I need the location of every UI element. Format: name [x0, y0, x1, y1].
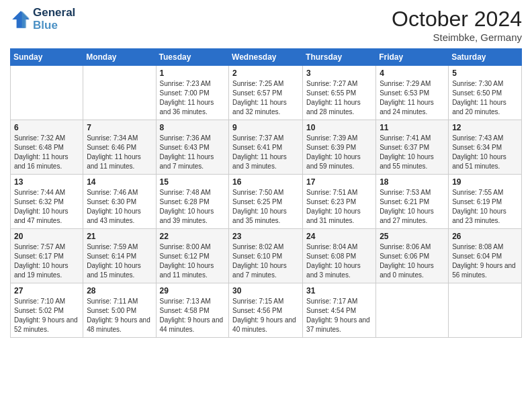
day-number: 30 [232, 286, 299, 295]
title-area: October 2024 Steimbke, Germany [392, 7, 522, 43]
day-detail: Sunrise: 7:59 AMSunset: 6:14 PMDaylight:… [87, 242, 152, 280]
calendar-cell: 5Sunrise: 7:30 AMSunset: 6:50 PMDaylight… [449, 66, 522, 120]
calendar-cell: 15Sunrise: 7:48 AMSunset: 6:28 PMDayligh… [156, 175, 229, 229]
calendar-cell: 28Sunrise: 7:11 AMSunset: 5:00 PMDayligh… [83, 283, 156, 338]
day-number: 28 [87, 286, 152, 295]
day-detail: Sunrise: 7:39 AMSunset: 6:39 PMDaylight:… [306, 134, 372, 171]
day-detail: Sunrise: 7:50 AMSunset: 6:25 PMDaylight:… [232, 188, 299, 226]
calendar-cell: 7Sunrise: 7:34 AMSunset: 6:46 PMDaylight… [83, 120, 156, 175]
day-detail: Sunrise: 7:25 AMSunset: 6:57 PMDaylight:… [232, 79, 299, 117]
day-number: 25 [380, 232, 445, 241]
day-number: 29 [160, 286, 226, 295]
day-detail: Sunrise: 7:53 AMSunset: 6:21 PMDaylight:… [380, 188, 445, 226]
day-detail: Sunrise: 7:13 AMSunset: 4:58 PMDaylight:… [160, 297, 226, 334]
calendar-table: SundayMondayTuesdayWednesdayThursdayFrid… [10, 48, 522, 338]
day-detail: Sunrise: 7:32 AMSunset: 6:48 PMDaylight:… [14, 134, 79, 171]
logo-icon [10, 9, 32, 30]
calendar-cell: 26Sunrise: 8:08 AMSunset: 6:04 PMDayligh… [449, 229, 522, 283]
page: GeneralBlue October 2024 Steimbke, Germa… [0, 0, 532, 411]
weekday-header: Monday [83, 49, 156, 66]
calendar-cell: 10Sunrise: 7:39 AMSunset: 6:39 PMDayligh… [303, 120, 376, 175]
day-number: 2 [232, 68, 299, 78]
weekday-header: Saturday [449, 49, 522, 66]
calendar-cell: 8Sunrise: 7:36 AMSunset: 6:43 PMDaylight… [156, 120, 229, 175]
day-detail: Sunrise: 7:23 AMSunset: 7:00 PMDaylight:… [160, 79, 226, 117]
day-number: 17 [306, 177, 372, 187]
weekday-header: Tuesday [156, 49, 229, 66]
day-number: 20 [14, 232, 79, 241]
calendar-week-row: 13Sunrise: 7:44 AMSunset: 6:32 PMDayligh… [11, 175, 522, 229]
day-number: 14 [87, 177, 152, 187]
day-detail: Sunrise: 7:15 AMSunset: 4:56 PMDaylight:… [232, 297, 299, 334]
calendar-cell: 25Sunrise: 8:06 AMSunset: 6:06 PMDayligh… [376, 229, 449, 283]
day-number: 26 [452, 232, 518, 241]
location: Steimbke, Germany [392, 32, 522, 43]
day-detail: Sunrise: 7:41 AMSunset: 6:37 PMDaylight:… [380, 134, 445, 171]
day-number: 3 [306, 68, 372, 78]
calendar-cell: 27Sunrise: 7:10 AMSunset: 5:02 PMDayligh… [11, 283, 83, 338]
day-number: 5 [452, 68, 518, 78]
calendar-cell: 1Sunrise: 7:23 AMSunset: 7:00 PMDaylight… [156, 66, 229, 120]
day-detail: Sunrise: 7:11 AMSunset: 5:00 PMDaylight:… [87, 297, 152, 334]
calendar-cell: 17Sunrise: 7:51 AMSunset: 6:23 PMDayligh… [303, 175, 376, 229]
logo-area: GeneralBlue [10, 7, 75, 32]
day-number: 21 [87, 232, 152, 241]
calendar-cell: 16Sunrise: 7:50 AMSunset: 6:25 PMDayligh… [229, 175, 303, 229]
day-number: 10 [306, 123, 372, 132]
calendar-cell: 31Sunrise: 7:17 AMSunset: 4:54 PMDayligh… [303, 283, 376, 338]
header: GeneralBlue October 2024 Steimbke, Germa… [10, 7, 522, 43]
day-detail: Sunrise: 7:57 AMSunset: 6:17 PMDaylight:… [14, 242, 79, 280]
day-detail: Sunrise: 7:29 AMSunset: 6:53 PMDaylight:… [380, 79, 445, 117]
day-number: 15 [160, 177, 226, 187]
day-detail: Sunrise: 8:04 AMSunset: 6:08 PMDaylight:… [306, 242, 372, 280]
calendar-cell [11, 66, 83, 120]
calendar-cell: 14Sunrise: 7:46 AMSunset: 6:30 PMDayligh… [83, 175, 156, 229]
day-number: 7 [87, 123, 152, 132]
weekday-header-row: SundayMondayTuesdayWednesdayThursdayFrid… [11, 49, 522, 66]
calendar-cell: 4Sunrise: 7:29 AMSunset: 6:53 PMDaylight… [376, 66, 449, 120]
calendar-cell: 21Sunrise: 7:59 AMSunset: 6:14 PMDayligh… [83, 229, 156, 283]
day-number: 31 [306, 286, 372, 295]
calendar-cell: 30Sunrise: 7:15 AMSunset: 4:56 PMDayligh… [229, 283, 303, 338]
day-detail: Sunrise: 7:10 AMSunset: 5:02 PMDaylight:… [14, 297, 79, 334]
calendar-cell: 11Sunrise: 7:41 AMSunset: 6:37 PMDayligh… [376, 120, 449, 175]
calendar-cell: 6Sunrise: 7:32 AMSunset: 6:48 PMDaylight… [11, 120, 83, 175]
weekday-header: Friday [376, 49, 449, 66]
day-detail: Sunrise: 7:46 AMSunset: 6:30 PMDaylight:… [87, 188, 152, 226]
weekday-header: Thursday [303, 49, 376, 66]
calendar-cell: 20Sunrise: 7:57 AMSunset: 6:17 PMDayligh… [11, 229, 83, 283]
calendar-cell: 18Sunrise: 7:53 AMSunset: 6:21 PMDayligh… [376, 175, 449, 229]
calendar-cell [376, 283, 449, 338]
day-detail: Sunrise: 7:51 AMSunset: 6:23 PMDaylight:… [306, 188, 372, 226]
day-number: 12 [452, 123, 518, 132]
calendar-cell: 3Sunrise: 7:27 AMSunset: 6:55 PMDaylight… [303, 66, 376, 120]
calendar-cell: 19Sunrise: 7:55 AMSunset: 6:19 PMDayligh… [449, 175, 522, 229]
day-number: 27 [14, 286, 79, 295]
weekday-header: Wednesday [229, 49, 303, 66]
day-detail: Sunrise: 7:17 AMSunset: 4:54 PMDaylight:… [306, 297, 372, 334]
calendar-cell [449, 283, 522, 338]
day-number: 18 [380, 177, 445, 187]
day-detail: Sunrise: 7:27 AMSunset: 6:55 PMDaylight:… [306, 79, 372, 117]
calendar-cell: 13Sunrise: 7:44 AMSunset: 6:32 PMDayligh… [11, 175, 83, 229]
day-detail: Sunrise: 8:02 AMSunset: 6:10 PMDaylight:… [232, 242, 299, 280]
day-detail: Sunrise: 8:00 AMSunset: 6:12 PMDaylight:… [160, 242, 226, 280]
calendar-cell: 29Sunrise: 7:13 AMSunset: 4:58 PMDayligh… [156, 283, 229, 338]
day-number: 11 [380, 123, 445, 132]
day-number: 16 [232, 177, 299, 187]
calendar-cell [83, 66, 156, 120]
day-number: 24 [306, 232, 372, 241]
day-number: 22 [160, 232, 226, 241]
calendar-week-row: 27Sunrise: 7:10 AMSunset: 5:02 PMDayligh… [11, 283, 522, 338]
day-detail: Sunrise: 7:44 AMSunset: 6:32 PMDaylight:… [14, 188, 79, 226]
calendar-cell: 12Sunrise: 7:43 AMSunset: 6:34 PMDayligh… [449, 120, 522, 175]
day-number: 9 [232, 123, 299, 132]
day-detail: Sunrise: 7:30 AMSunset: 6:50 PMDaylight:… [452, 79, 518, 117]
logo-text: GeneralBlue [33, 7, 75, 32]
calendar-week-row: 20Sunrise: 7:57 AMSunset: 6:17 PMDayligh… [11, 229, 522, 283]
calendar-cell: 22Sunrise: 8:00 AMSunset: 6:12 PMDayligh… [156, 229, 229, 283]
svg-marker-0 [12, 11, 30, 28]
calendar-week-row: 1Sunrise: 7:23 AMSunset: 7:00 PMDaylight… [11, 66, 522, 120]
day-number: 8 [160, 123, 226, 132]
day-detail: Sunrise: 7:55 AMSunset: 6:19 PMDaylight:… [452, 188, 518, 226]
